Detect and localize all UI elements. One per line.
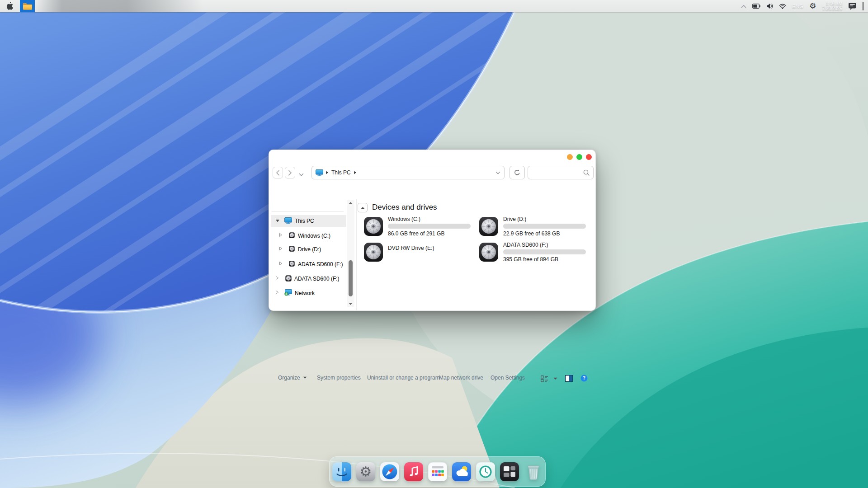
mission-control-icon[interactable] [500, 462, 519, 481]
svg-text:?: ? [583, 375, 585, 380]
sidebar-label[interactable]: Drive (D:) [298, 246, 321, 253]
drive-item-adata-f[interactable]: ADATA SD600 (F:) 395 GB free of 894 GB [479, 242, 592, 263]
finder-icon[interactable] [332, 462, 351, 481]
search-icon[interactable] [583, 169, 590, 176]
view-dropdown-chevron[interactable] [553, 377, 557, 380]
music-icon[interactable] [404, 462, 423, 481]
hard-disk-icon [479, 242, 499, 262]
safari-icon[interactable] [380, 462, 399, 481]
minimize-button[interactable] [567, 154, 573, 160]
menu-bar-shadow [35, 0, 203, 12]
section-title: Devices and drives [372, 203, 437, 212]
breadcrumb-this-pc[interactable]: This PC [331, 169, 351, 176]
notification-icon[interactable] [848, 2, 857, 10]
computer-icon [316, 169, 323, 176]
back-button[interactable] [273, 167, 283, 178]
address-bar[interactable]: This PC [311, 166, 505, 179]
keyboard-language-indicator[interactable]: ENG [792, 4, 803, 9]
apple-menu-icon[interactable] [6, 1, 14, 12]
collapse-group-button[interactable] [358, 203, 368, 212]
breadcrumb-arrow-icon[interactable] [326, 171, 328, 174]
gear-icon[interactable]: ⚙ [809, 2, 816, 10]
sidebar-label[interactable]: This PC [295, 218, 314, 224]
menu-bar-clock[interactable]: 1:49 AM 7/30/2025 [822, 1, 843, 11]
navigation-bar: This PC [269, 167, 596, 179]
clock-time: 1:49 AM [826, 1, 842, 6]
sidebar-label[interactable]: Windows (C:) [298, 233, 330, 239]
sidebar-divider [272, 211, 344, 212]
open-settings-button[interactable]: Open Settings [491, 375, 525, 381]
help-button[interactable]: ? [580, 375, 588, 382]
dock: ⚙ [329, 456, 546, 487]
chevron-down-icon [303, 376, 307, 379]
drive-item-dvd-e[interactable]: DVD RW Drive (E:) [363, 242, 476, 263]
drive-item-d[interactable]: Drive (D:) 22.9 GB free of 638 GB [479, 216, 592, 237]
computer-icon [284, 217, 292, 224]
recent-locations-chevron[interactable] [299, 170, 304, 178]
file-explorer-icon [23, 2, 32, 10]
battery-icon[interactable] [752, 4, 760, 9]
taskbar-file-explorer-active[interactable] [20, 0, 35, 12]
expanded-arrow-icon[interactable] [275, 219, 280, 223]
forward-button[interactable] [285, 167, 295, 178]
volume-icon[interactable] [766, 3, 773, 9]
drive-name: Windows (C:) [388, 216, 420, 222]
time-machine-icon[interactable] [476, 462, 495, 481]
collapsed-arrow-icon[interactable] [279, 246, 283, 251]
file-explorer-window: This PC [269, 150, 596, 311]
search-box[interactable] [528, 166, 594, 179]
sidebar-label[interactable]: ADATA SD600 (F:) [294, 276, 340, 282]
drive-name: ADATA SD600 (F:) [503, 242, 548, 248]
organize-label: Organize [278, 375, 300, 381]
search-input[interactable] [532, 169, 583, 176]
menu-bar-status-area: ENG ⚙ 1:49 AM 7/30/2025 [741, 0, 863, 12]
view-options-icon [541, 375, 548, 382]
preview-pane-button[interactable] [565, 375, 573, 382]
optical-drive-icon [363, 242, 383, 262]
sidebar-label[interactable]: ADATA SD600 (F:) [298, 261, 343, 267]
svg-text:⚙: ⚙ [359, 464, 372, 479]
address-dropdown-chevron[interactable] [495, 169, 500, 177]
zoom-button[interactable] [576, 154, 582, 160]
drive-name: DVD RW Drive (E:) [388, 245, 434, 251]
launchpad-icon[interactable] [428, 462, 447, 481]
drive-name: Drive (D:) [503, 216, 526, 222]
disk-icon [289, 246, 295, 252]
drive-free-space: 22.9 GB free of 638 GB [503, 230, 560, 237]
capacity-bar [503, 224, 586, 229]
sidebar-label[interactable]: Network [295, 290, 315, 296]
menu-bar-separator [863, 2, 863, 10]
pane-divider [356, 199, 357, 311]
drive-free-space: 86.0 GB free of 291 GB [388, 230, 444, 237]
disk-icon [285, 275, 292, 282]
system-properties-button[interactable]: System properties [317, 375, 361, 381]
clock-date: 7/30/2025 [822, 6, 843, 11]
collapsed-arrow-icon[interactable] [279, 261, 283, 266]
drive-item-windows-c[interactable]: Windows (C:) 86.0 GB free of 291 GB [363, 216, 476, 237]
chevron-up-icon[interactable] [741, 5, 746, 8]
hard-disk-icon [363, 216, 383, 236]
scroll-down-icon[interactable] [347, 301, 354, 307]
capacity-bar [388, 224, 471, 229]
organize-menu[interactable]: Organize [278, 375, 307, 381]
close-button[interactable] [586, 154, 592, 160]
system-preferences-icon[interactable]: ⚙ [356, 462, 375, 481]
capacity-bar [503, 249, 586, 254]
help-icon: ? [580, 375, 588, 382]
wifi-icon[interactable] [779, 3, 786, 9]
weather-icon[interactable] [452, 462, 471, 481]
collapsed-arrow-icon[interactable] [275, 276, 279, 280]
scrollbar-thumb[interactable] [349, 260, 353, 296]
scroll-up-icon[interactable] [347, 200, 354, 206]
uninstall-program-button[interactable]: Uninstall or change a program [367, 375, 440, 381]
disk-icon [289, 261, 295, 267]
trash-icon[interactable] [524, 462, 543, 481]
change-view-button[interactable] [541, 375, 548, 382]
collapsed-arrow-icon[interactable] [275, 290, 279, 295]
refresh-button[interactable] [509, 166, 525, 179]
breadcrumb-arrow-icon[interactable] [354, 171, 356, 174]
map-network-drive-button[interactable]: Map network drive [439, 375, 483, 381]
collapsed-arrow-icon[interactable] [279, 233, 283, 237]
drive-free-space: 395 GB free of 894 GB [503, 256, 558, 263]
command-toolbar: Organize System properties Uninstall or … [269, 337, 596, 348]
